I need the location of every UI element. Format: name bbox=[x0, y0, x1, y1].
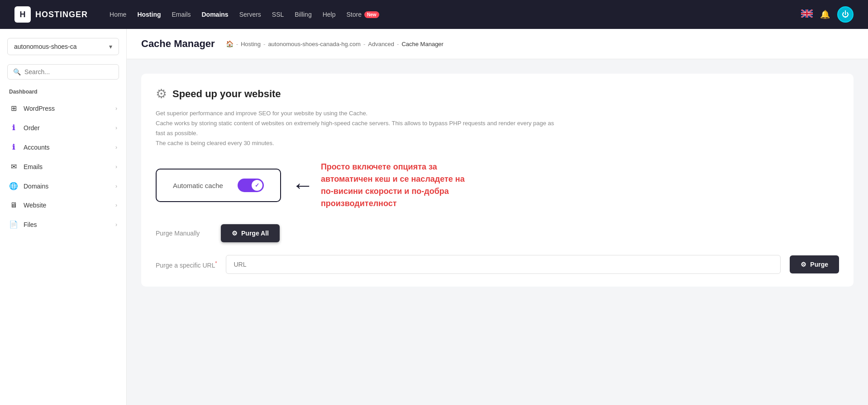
sidebar-item-label-website: Website bbox=[24, 202, 110, 209]
wordpress-icon: ⊞ bbox=[9, 104, 18, 113]
chevron-right-icon: › bbox=[115, 221, 117, 228]
logo[interactable]: H HOSTINGER bbox=[14, 6, 88, 23]
speed-up-card: ⚙ Speed up your website Get superior per… bbox=[141, 74, 854, 287]
search-icon: 🔍 bbox=[13, 68, 21, 75]
breadcrumb-current: Cache Manager bbox=[401, 41, 444, 47]
sidebar-item-wordpress[interactable]: ⊞ WordPress › bbox=[0, 99, 126, 118]
purge-specific-label: Purge a specific URL* bbox=[156, 261, 217, 269]
sidebar-item-domains[interactable]: 🌐 Domains › bbox=[0, 176, 126, 196]
domains-icon: 🌐 bbox=[9, 182, 18, 190]
sidebar-item-label-emails: Emails bbox=[24, 163, 110, 170]
sidebar-section-dashboard: Dashboard bbox=[0, 89, 126, 95]
language-flag[interactable] bbox=[801, 9, 813, 19]
breadcrumb-domain[interactable]: autonomous-shoes-canada-hg.com bbox=[268, 41, 361, 47]
breadcrumb: 🏠 - Hosting - autonomous-shoes-canada-hg… bbox=[226, 40, 444, 47]
chevron-right-icon: › bbox=[115, 125, 117, 131]
top-navigation: H HOSTINGER Home Hosting Emails Domains … bbox=[0, 0, 868, 29]
sidebar-search-box[interactable]: 🔍 bbox=[7, 64, 119, 80]
main-content: Cache Manager 🏠 - Hosting - autonomous-s… bbox=[127, 29, 868, 405]
nav-links: Home Hosting Emails Domains Servers SSL … bbox=[110, 11, 787, 18]
arrow-icon: ← bbox=[292, 174, 314, 196]
nav-servers[interactable]: Servers bbox=[239, 11, 261, 18]
sidebar-item-label-wordpress: WordPress bbox=[24, 105, 110, 112]
nav-billing[interactable]: Billing bbox=[295, 11, 311, 18]
arrow-annotation: ← Просто включете опцията за автоматичен… bbox=[292, 161, 475, 210]
purge-button-label: Purge bbox=[810, 261, 828, 268]
power-button[interactable]: ⏻ bbox=[837, 6, 854, 23]
logo-text: HOSTINGER bbox=[35, 10, 88, 19]
speed-desc-line3: The cache is being cleared every 30 minu… bbox=[156, 138, 563, 148]
files-icon: 📄 bbox=[9, 220, 18, 229]
sidebar-item-label-files: Files bbox=[24, 221, 110, 228]
nav-home[interactable]: Home bbox=[110, 11, 126, 18]
order-icon: ℹ bbox=[9, 123, 18, 132]
purge-manually-label: Purge Manually bbox=[156, 230, 210, 237]
chevron-right-icon: › bbox=[115, 105, 117, 112]
purge-manually-row: Purge Manually ⚙ Purge All bbox=[156, 224, 839, 242]
purge-all-button-label: Purge All bbox=[241, 230, 269, 237]
purge-button[interactable]: ⚙ Purge bbox=[790, 255, 839, 273]
nav-store-label: Store bbox=[346, 11, 361, 18]
domain-selector[interactable]: autonomous-shoes-ca ▾ bbox=[7, 38, 119, 55]
breadcrumb-sep: - bbox=[397, 41, 399, 47]
auto-cache-toggle[interactable]: ✓ bbox=[238, 179, 264, 192]
logo-icon: H bbox=[14, 6, 31, 23]
sidebar-item-order[interactable]: ℹ Order › bbox=[0, 118, 126, 137]
page-title: Cache Manager bbox=[141, 38, 215, 50]
speed-card-title: Speed up your website bbox=[172, 88, 281, 100]
breadcrumb-sep: - bbox=[236, 41, 238, 47]
required-indicator: * bbox=[215, 261, 217, 266]
purge-btn-gear-icon: ⚙ bbox=[801, 261, 806, 268]
cache-controls: Automatic cache ✓ ← Просто включете опци… bbox=[156, 161, 839, 274]
breadcrumb-sep: - bbox=[263, 41, 265, 47]
emails-icon: ✉ bbox=[9, 162, 18, 171]
nav-emails[interactable]: Emails bbox=[172, 11, 191, 18]
auto-cache-toggle-box: Automatic cache ✓ bbox=[156, 169, 281, 202]
nav-right-actions: 🔔 ⏻ bbox=[801, 6, 854, 23]
annotation-text: Просто включете опцията за автоматичен к… bbox=[321, 161, 475, 210]
purge-gear-icon: ⚙ bbox=[232, 230, 238, 237]
chevron-right-icon: › bbox=[115, 183, 117, 189]
settings-gear-icon: ⚙ bbox=[156, 86, 167, 101]
chevron-right-icon: › bbox=[115, 202, 117, 208]
chevron-right-icon: › bbox=[115, 144, 117, 151]
breadcrumb-sep: - bbox=[363, 41, 365, 47]
url-purge-row: Purge a specific URL* ⚙ Purge bbox=[156, 255, 839, 274]
domain-selector-value: autonomous-shoes-ca bbox=[14, 43, 77, 50]
page-layout: autonomous-shoes-ca ▾ 🔍 Dashboard ⊞ Word… bbox=[0, 29, 868, 405]
auto-cache-label: Automatic cache bbox=[173, 182, 223, 189]
sidebar-item-accounts[interactable]: ℹ Accounts › bbox=[0, 137, 126, 157]
speed-card-header: ⚙ Speed up your website bbox=[156, 86, 839, 101]
speed-desc-line2: Cache works by storing static content of… bbox=[156, 118, 563, 138]
sidebar-item-files[interactable]: 📄 Files › bbox=[0, 215, 126, 234]
uk-flag-icon bbox=[801, 9, 813, 18]
purge-all-button[interactable]: ⚙ Purge All bbox=[221, 224, 280, 242]
nav-help[interactable]: Help bbox=[323, 11, 336, 18]
breadcrumb-hosting[interactable]: Hosting bbox=[241, 41, 261, 47]
sidebar-item-label-domains: Domains bbox=[24, 183, 110, 190]
url-input[interactable] bbox=[226, 255, 781, 274]
toggle-check-icon: ✓ bbox=[255, 182, 259, 188]
breadcrumb-advanced[interactable]: Advanced bbox=[368, 41, 394, 47]
breadcrumb-home-icon[interactable]: 🏠 bbox=[226, 40, 234, 47]
accounts-icon: ℹ bbox=[9, 143, 18, 151]
sidebar: autonomous-shoes-ca ▾ 🔍 Dashboard ⊞ Word… bbox=[0, 29, 127, 405]
content-area: ⚙ Speed up your website Get superior per… bbox=[127, 59, 868, 314]
sidebar-item-label-order: Order bbox=[24, 124, 110, 132]
nav-ssl[interactable]: SSL bbox=[272, 11, 284, 18]
sidebar-item-label-accounts: Accounts bbox=[24, 144, 110, 151]
store-new-badge: New bbox=[364, 11, 379, 18]
sidebar-item-website[interactable]: 🖥 Website › bbox=[0, 196, 126, 215]
chevron-right-icon: › bbox=[115, 164, 117, 170]
sidebar-item-emails[interactable]: ✉ Emails › bbox=[0, 157, 126, 176]
notifications-bell-icon[interactable]: 🔔 bbox=[820, 9, 830, 19]
breadcrumb-bar: Cache Manager 🏠 - Hosting - autonomous-s… bbox=[127, 29, 868, 59]
speed-desc-line1: Get superior performance and improve SEO… bbox=[156, 108, 563, 118]
nav-hosting[interactable]: Hosting bbox=[137, 11, 161, 18]
website-icon: 🖥 bbox=[9, 201, 18, 209]
search-input[interactable] bbox=[24, 68, 113, 75]
toggle-knob: ✓ bbox=[252, 180, 262, 191]
nav-domains[interactable]: Domains bbox=[202, 11, 229, 18]
auto-cache-row: Automatic cache ✓ ← Просто включете опци… bbox=[156, 161, 839, 210]
nav-store[interactable]: Store New bbox=[346, 11, 379, 18]
